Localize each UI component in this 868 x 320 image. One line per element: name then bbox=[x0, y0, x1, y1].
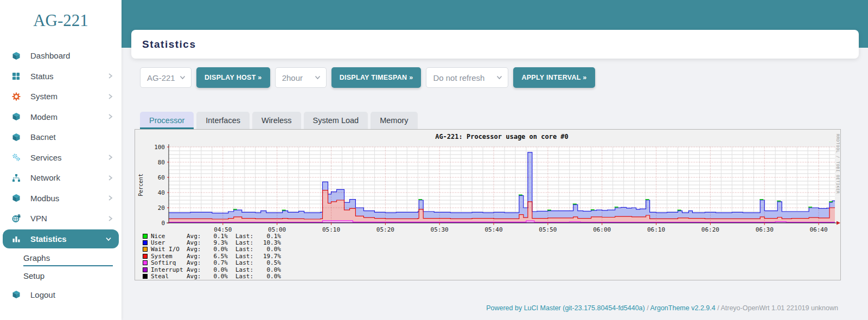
steal-swatch bbox=[143, 274, 148, 279]
apply-interval-button[interactable]: APPLY INTERVAL » bbox=[513, 67, 595, 88]
sidebar-subitem-setup[interactable]: Setup bbox=[0, 267, 122, 285]
sidebar-item-label: VPN bbox=[30, 214, 108, 223]
legend-row: StealAvg:0.0%Last:0.0% bbox=[143, 273, 281, 279]
tab-memory[interactable]: Memory bbox=[371, 112, 417, 129]
footer-separator: / bbox=[716, 304, 721, 312]
svg-text:06:00: 06:00 bbox=[593, 226, 611, 233]
svg-text:06:20: 06:20 bbox=[701, 226, 719, 233]
legend-last-value: 0.0% bbox=[257, 266, 281, 273]
sidebar-item-label: Services bbox=[30, 153, 108, 162]
tab-processor[interactable]: Processor bbox=[140, 112, 194, 129]
sidebar-item-label: Modbus bbox=[30, 194, 108, 203]
legend-avg-label: Avg: bbox=[187, 266, 206, 273]
svg-text:06:40: 06:40 bbox=[809, 226, 827, 233]
svg-text:05:20: 05:20 bbox=[376, 226, 394, 233]
legend-avg-label: Avg: bbox=[187, 233, 206, 240]
cube-icon bbox=[12, 290, 21, 299]
sidebar-subitem-graphs[interactable]: Graphs bbox=[0, 249, 122, 267]
legend-last-value: 0.0% bbox=[257, 273, 281, 280]
sidebar-item-label: Status bbox=[30, 72, 108, 81]
tab-system-load[interactable]: System Load bbox=[304, 112, 368, 129]
legend-avg-value: 0.0% bbox=[206, 273, 228, 280]
sidebar-item-system[interactable]: System bbox=[0, 86, 122, 107]
chevron-down-icon bbox=[315, 75, 321, 80]
legend-last-value: 10.3% bbox=[257, 239, 281, 246]
cube-icon bbox=[12, 112, 21, 121]
theme-version-link[interactable]: ArgonTheme v2.2.9.4 bbox=[650, 304, 715, 312]
host-select[interactable]: AG-221 bbox=[140, 67, 192, 88]
legend-series-name: System bbox=[151, 253, 187, 260]
legend-last-label: Last: bbox=[235, 266, 257, 273]
user-swatch bbox=[143, 240, 148, 245]
legend-last-value: 0.5% bbox=[257, 259, 281, 266]
sidebar-item-services[interactable]: Services bbox=[0, 148, 122, 168]
gears-icon bbox=[12, 153, 21, 162]
legend-last-label: Last: bbox=[235, 233, 257, 240]
legend-last-value: 0.0% bbox=[257, 246, 281, 253]
sidebar-item-label: Bacnet bbox=[30, 132, 113, 142]
sidebar-item-logout[interactable]: Logout bbox=[0, 285, 122, 305]
chevron-down-icon bbox=[180, 75, 186, 80]
chart-legend: NiceAvg:0.1%Last:0.1%UserAvg:9.3%Last:10… bbox=[143, 233, 281, 280]
host-select-value: AG-221 bbox=[147, 73, 175, 82]
grid-icon bbox=[12, 72, 21, 80]
brand-logo: AG-221 bbox=[0, 0, 122, 41]
legend-row: SoftirqAvg:0.7%Last:0.5% bbox=[143, 260, 281, 266]
display-timespan-button[interactable]: DISPLAY TIMESPAN » bbox=[331, 67, 422, 88]
legend-row: Wait I/OAvg:0.0%Last:0.0% bbox=[143, 246, 281, 253]
graph-controls: AG-221 DISPLAY HOST » 2hour DISPLAY TIME… bbox=[140, 67, 595, 88]
gear-icon bbox=[12, 92, 21, 101]
legend-avg-label: Avg: bbox=[187, 259, 206, 266]
legend-row: InterruptAvg:0.0%Last:0.0% bbox=[143, 266, 281, 273]
sidebar-item-status[interactable]: Status bbox=[0, 66, 122, 87]
svg-text:0: 0 bbox=[161, 220, 165, 227]
sidebar-item-vpn[interactable]: VPN bbox=[0, 208, 122, 229]
sidebar-subitem-label: Graphs bbox=[23, 253, 50, 263]
chevron-right-icon bbox=[108, 154, 113, 161]
softirq-swatch bbox=[143, 260, 148, 265]
display-host-button[interactable]: DISPLAY HOST » bbox=[196, 67, 270, 88]
legend-series-name: Wait I/O bbox=[151, 246, 187, 253]
sidebar-subitem-label: Setup bbox=[23, 271, 44, 280]
chevron-right-icon bbox=[108, 113, 113, 120]
sidebar-item-modbus[interactable]: Modbus bbox=[0, 188, 122, 209]
svg-text:06:10: 06:10 bbox=[647, 226, 665, 233]
footer: Powered by LuCI Master (git-23.175.80454… bbox=[486, 304, 838, 312]
legend-avg-value: 0.7% bbox=[206, 259, 228, 266]
legend-avg-value: 0.0% bbox=[206, 246, 228, 253]
legend-avg-value: 0.0% bbox=[206, 266, 228, 273]
luci-version-link[interactable]: Powered by LuCI Master (git-23.175.80454… bbox=[486, 304, 645, 312]
svg-text:40: 40 bbox=[158, 189, 165, 196]
timespan-select-value: 2hour bbox=[282, 73, 303, 82]
legend-avg-value: 6.5% bbox=[206, 253, 228, 260]
legend-series-name: Softirq bbox=[151, 259, 187, 266]
sidebar: AG-221 Dashboard Status System bbox=[0, 0, 122, 320]
legend-series-name: Steal bbox=[151, 273, 187, 280]
legend-series-name: Nice bbox=[151, 233, 187, 240]
graph-tabs: Processor Interfaces Wireless System Loa… bbox=[140, 112, 418, 129]
svg-text:100: 100 bbox=[154, 144, 165, 151]
globe-lock-icon bbox=[12, 214, 21, 223]
sidebar-item-label: Dashboard bbox=[30, 51, 113, 60]
svg-text:06:30: 06:30 bbox=[756, 226, 774, 233]
svg-text:05:40: 05:40 bbox=[484, 226, 502, 233]
cube-icon bbox=[12, 194, 21, 202]
chevron-right-icon bbox=[108, 73, 113, 79]
timespan-select[interactable]: 2hour bbox=[275, 67, 327, 88]
cube-icon bbox=[12, 52, 21, 60]
sidebar-item-statistics[interactable]: Statistics bbox=[3, 229, 119, 248]
chevron-right-icon bbox=[108, 215, 113, 222]
sidebar-item-network[interactable]: Network bbox=[0, 168, 122, 188]
sidebar-item-label: Network bbox=[30, 173, 108, 182]
legend-last-label: Last: bbox=[235, 259, 257, 266]
legend-series-name: Interrupt bbox=[151, 266, 187, 273]
tab-interfaces[interactable]: Interfaces bbox=[196, 112, 250, 129]
interrupt-swatch bbox=[143, 267, 148, 272]
refresh-select[interactable]: Do not refresh bbox=[426, 67, 508, 88]
sidebar-item-modem[interactable]: Modem bbox=[0, 107, 122, 127]
sidebar-item-label: Modem bbox=[30, 112, 108, 121]
legend-avg-value: 0.1% bbox=[206, 233, 228, 240]
sidebar-item-dashboard[interactable]: Dashboard bbox=[0, 46, 122, 66]
tab-wireless[interactable]: Wireless bbox=[252, 112, 301, 129]
sidebar-item-bacnet[interactable]: Bacnet bbox=[0, 127, 122, 148]
